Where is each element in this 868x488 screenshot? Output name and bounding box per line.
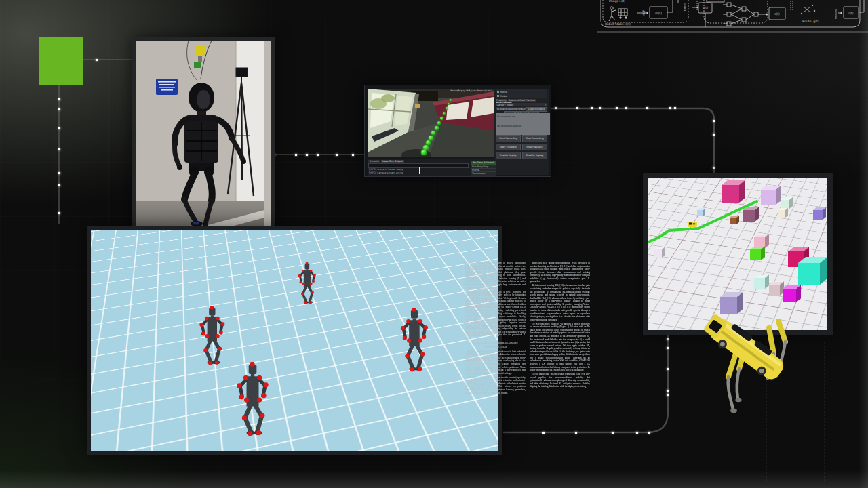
paper-paragraph: Classical mobility stacks excel on speci… bbox=[465, 376, 526, 394]
wire-node bbox=[96, 59, 98, 61]
wire-node bbox=[295, 154, 297, 156]
route-label: Route: g(t) bbox=[802, 20, 819, 23]
quadruped-robot bbox=[697, 302, 799, 418]
m-box-label: m(t) bbox=[655, 12, 662, 15]
mocap-humanoid bbox=[294, 262, 319, 304]
mini-robot bbox=[688, 222, 697, 227]
control-panel: World Robot PropertyScenario Root Previe… bbox=[494, 89, 549, 175]
velocity-label: Velocity bbox=[835, 9, 837, 19]
s-box-label: s(t) bbox=[774, 12, 780, 16]
console-tab[interactable]: Console bbox=[368, 160, 380, 163]
wire-node bbox=[646, 107, 648, 109]
status-box: No scenario set No recording started bbox=[496, 113, 550, 135]
paper-paragraph: states not seen during demonstrations. W… bbox=[530, 262, 590, 283]
wire-node bbox=[306, 154, 308, 156]
stage-tree: World Robot bbox=[496, 89, 547, 98]
person-cart-icon bbox=[609, 7, 627, 21]
status-line: No scenario set bbox=[497, 115, 549, 118]
wire-node bbox=[667, 347, 669, 349]
wire-node bbox=[713, 134, 715, 136]
obstacle-cube bbox=[654, 249, 662, 258]
wire-node bbox=[625, 107, 627, 109]
obstacle-cube bbox=[722, 185, 739, 203]
console-bar: ConsoleIsaac Sim Output [INFO] scenario … bbox=[368, 159, 494, 176]
mocap-humanoid bbox=[395, 308, 433, 372]
wire-node bbox=[58, 148, 60, 150]
stop-recording-button[interactable]: Stop Recording bbox=[522, 135, 547, 142]
token-label: tokens bbox=[684, 3, 686, 11]
wire-node bbox=[58, 172, 60, 174]
start-playback-button[interactable]: Start Playback bbox=[496, 144, 521, 151]
r-box-label: r(t) bbox=[848, 12, 853, 15]
robot-dropdown[interactable]: Carter / Robot▾ bbox=[496, 103, 547, 106]
paper-paragraph: Robotics has witnessed significant advan… bbox=[465, 350, 526, 375]
action-buttons: Start Recording Stop Recording Start Pla… bbox=[496, 135, 547, 159]
wire-node bbox=[612, 432, 614, 434]
wire-node bbox=[648, 432, 650, 434]
table-row: Timestamp bbox=[471, 171, 496, 175]
enable-replay-button[interactable]: Enable Replay bbox=[496, 152, 521, 159]
image-label: Image: i(t) bbox=[609, 0, 625, 3]
wire-node bbox=[58, 98, 60, 100]
paper-column-right: states not seen during demonstrations. W… bbox=[530, 262, 590, 420]
path-sphere bbox=[431, 131, 435, 135]
obstacle-cube bbox=[761, 190, 776, 205]
console-input[interactable] bbox=[368, 163, 469, 168]
table-header: No Data Selected bbox=[471, 161, 496, 165]
wire-node bbox=[667, 390, 669, 392]
wire-node bbox=[352, 154, 354, 156]
output-tab[interactable]: Isaac Sim Output bbox=[381, 160, 404, 163]
wire-node bbox=[667, 368, 669, 370]
log-line: [INFO] scenario loader ready bbox=[369, 168, 403, 171]
obstacle-cube bbox=[743, 210, 755, 222]
camera-overlay-label: Record/Replay AMR_cam (Portrait) active bbox=[450, 89, 492, 92]
tree-item-robot[interactable]: Robot bbox=[497, 94, 546, 98]
brand-green-square bbox=[39, 37, 83, 85]
prim-icon bbox=[497, 91, 499, 93]
obstacle-cube bbox=[697, 210, 703, 216]
obstacle-cube bbox=[769, 285, 780, 296]
wire-node bbox=[576, 107, 578, 109]
wire-node bbox=[667, 394, 669, 396]
wire-node bbox=[667, 338, 669, 340]
tree-item-world[interactable]: World bbox=[497, 90, 546, 94]
wire-node bbox=[575, 432, 577, 434]
path-sphere bbox=[435, 126, 439, 130]
paper-column-left: robots are increasingly deployed in dive… bbox=[465, 262, 526, 420]
paper-paragraph: robots are increasingly deployed in dive… bbox=[465, 262, 526, 289]
obstacle-cube bbox=[778, 210, 785, 218]
mocap-humanoid bbox=[230, 362, 275, 436]
start-recording-button[interactable]: Start Recording bbox=[496, 135, 521, 142]
path-sphere bbox=[450, 99, 452, 101]
wire-node bbox=[58, 127, 60, 129]
sim-app-window: Record/Replay AMR_cam (Portrait) active … bbox=[364, 85, 551, 177]
mocap-humanoid bbox=[194, 306, 230, 365]
path-sphere bbox=[429, 136, 433, 140]
wire-node bbox=[542, 432, 545, 434]
status-line: No recording started bbox=[497, 125, 549, 127]
obstacle-cube bbox=[783, 289, 796, 302]
wire-node bbox=[669, 107, 671, 109]
disable-replay-button[interactable]: Disable Replay bbox=[522, 152, 547, 159]
wire-node bbox=[591, 107, 593, 109]
paper-paragraph: This paper introduces COMPASS, a novel w… bbox=[465, 291, 526, 340]
wire-node bbox=[616, 107, 618, 109]
obstacle-cube bbox=[754, 278, 765, 289]
stop-playback-button[interactable]: Stop Playback bbox=[522, 144, 547, 151]
paper-project-link: Project page: https://nvlabs.github.io/C… bbox=[465, 342, 526, 345]
path-sphere bbox=[446, 107, 448, 110]
data-table: No Data Selected Sim Play/Stop Frame Tim… bbox=[471, 161, 496, 176]
wire-node bbox=[58, 184, 60, 186]
compass-icon bbox=[801, 5, 815, 14]
pulley-hook bbox=[195, 45, 205, 56]
obstacle-cube bbox=[798, 263, 820, 285]
wire-node bbox=[636, 432, 638, 434]
prim-icon bbox=[497, 95, 499, 97]
obstacle-cube bbox=[813, 210, 823, 220]
log-line: [INFO] camera stream active bbox=[369, 171, 403, 174]
obstacle-cube bbox=[750, 249, 761, 260]
c-box-label: c(t) bbox=[703, 6, 708, 9]
perspective-grid-floor bbox=[87, 226, 502, 455]
chevron-down-icon: ▾ bbox=[545, 104, 547, 106]
hero-composite: Image: i(t) Robot State: s(t) MLP m(t) t… bbox=[0, 0, 868, 488]
